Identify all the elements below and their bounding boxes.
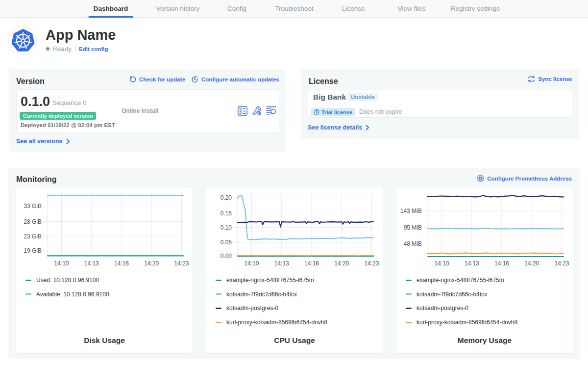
svg-text:95 MiB: 95 MiB xyxy=(404,224,422,231)
svg-text:0.00: 0.00 xyxy=(220,253,232,260)
svg-text:23 GiB: 23 GiB xyxy=(24,233,42,240)
svg-text:48 MiB: 48 MiB xyxy=(404,240,422,247)
svg-text:0.05: 0.05 xyxy=(220,239,232,246)
svg-text:14:13: 14:13 xyxy=(274,260,289,267)
svg-text:14:20: 14:20 xyxy=(334,260,349,267)
svg-text:14:16: 14:16 xyxy=(304,260,319,267)
svg-text:14:13: 14:13 xyxy=(84,260,99,267)
svg-text:14:23: 14:23 xyxy=(364,260,379,267)
svg-text:28 GiB: 28 GiB xyxy=(24,218,42,225)
svg-text:14:16: 14:16 xyxy=(114,260,129,267)
svg-text:143 MiB: 143 MiB xyxy=(400,208,422,214)
svg-text:14:20: 14:20 xyxy=(524,260,539,267)
svg-text:14:10: 14:10 xyxy=(434,260,449,267)
svg-text:14:10: 14:10 xyxy=(244,260,259,267)
svg-text:19 GiB: 19 GiB xyxy=(24,247,42,254)
svg-text:14:16: 14:16 xyxy=(494,260,509,267)
svg-text:14:13: 14:13 xyxy=(465,260,479,267)
svg-text:33 GiB: 33 GiB xyxy=(24,203,42,209)
svg-text:14:23: 14:23 xyxy=(554,260,569,267)
svg-text:0.15: 0.15 xyxy=(220,210,232,217)
svg-text:0.10: 0.10 xyxy=(220,224,232,231)
svg-text:0.20: 0.20 xyxy=(220,194,232,201)
svg-text:14:20: 14:20 xyxy=(144,260,159,267)
svg-text:14:10: 14:10 xyxy=(54,260,69,267)
svg-text:14:23: 14:23 xyxy=(174,260,189,267)
